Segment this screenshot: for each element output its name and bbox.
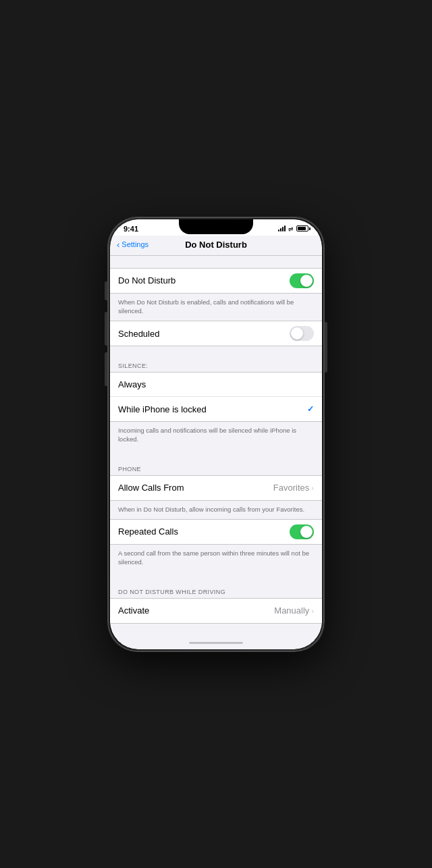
silence-always-cell[interactable]: Always ✓ — [110, 373, 322, 397]
navigation-bar: ‹ Settings Do Not Disturb — [110, 236, 322, 256]
page-title: Do Not Disturb — [185, 240, 247, 250]
silence-always-label: Always — [118, 379, 146, 389]
silence-locked-label: While iPhone is locked — [118, 404, 207, 414]
scheduled-label: Scheduled — [118, 329, 159, 339]
home-indicator[interactable] — [110, 637, 322, 649]
silence-description: Incoming calls and notifications will be… — [110, 422, 322, 450]
activate-chevron-icon: › — [311, 607, 314, 615]
home-bar — [189, 642, 243, 644]
allow-calls-value: Favorites › — [273, 483, 314, 493]
activate-value-text: Manually — [274, 605, 309, 616]
silence-locked-cell[interactable]: While iPhone is locked ✓ — [110, 397, 322, 421]
gap-1 — [110, 256, 322, 268]
status-time: 9:41 — [124, 225, 138, 233]
activate-label: Activate — [118, 605, 149, 616]
scheduled-group: Scheduled — [110, 321, 322, 346]
repeated-calls-toggle[interactable] — [290, 524, 314, 539]
silence-header: SILENCE: — [110, 358, 322, 372]
repeated-calls-toggle-knob — [300, 526, 313, 538]
gap-2 — [110, 346, 322, 358]
scheduled-toggle[interactable] — [290, 326, 314, 341]
gap-3 — [110, 450, 322, 462]
scheduled-toggle-knob — [291, 327, 303, 340]
phone-group: Allow Calls From Favorites › — [110, 475, 322, 501]
driving-group: Activate Manually › — [110, 598, 322, 624]
silence-locked-check: ✓ — [307, 404, 314, 414]
driving-header: DO NOT DISTURB WHILE DRIVING — [110, 585, 322, 598]
toggle-knob — [300, 275, 313, 287]
dnd-label: Do Not Disturb — [118, 275, 176, 286]
repeated-calls-group: Repeated Calls — [110, 519, 322, 545]
gap-5 — [110, 624, 322, 636]
phone-header: PHONE — [110, 462, 322, 475]
back-chevron-icon: ‹ — [117, 240, 119, 250]
mute-button[interactable] — [105, 281, 107, 300]
back-label: Settings — [122, 240, 148, 248]
activate-value: Manually › — [274, 605, 314, 616]
power-button[interactable] — [325, 322, 327, 373]
dnd-toggle[interactable] — [290, 273, 314, 288]
battery-icon — [296, 225, 308, 232]
notch — [179, 219, 253, 234]
gap-4 — [110, 572, 322, 585]
scheduled-cell[interactable]: Scheduled — [110, 321, 322, 346]
allow-calls-cell[interactable]: Allow Calls From Favorites › — [110, 476, 322, 500]
allow-calls-label: Allow Calls From — [118, 483, 184, 493]
allow-calls-value-text: Favorites — [273, 483, 309, 493]
dnd-toggle-group: Do Not Disturb — [110, 268, 322, 294]
repeated-calls-cell[interactable]: Repeated Calls — [110, 520, 322, 544]
phone-frame: 9:41 ⇌ ‹ Set — [108, 217, 324, 651]
signal-icon — [278, 225, 286, 232]
allow-calls-chevron-icon: › — [311, 484, 314, 492]
silence-group: Always ✓ While iPhone is locked ✓ — [110, 372, 322, 422]
volume-up-button[interactable] — [105, 312, 107, 346]
dnd-description: When Do Not Disturb is enabled, calls an… — [110, 294, 322, 321]
screen: 9:41 ⇌ ‹ Set — [110, 219, 322, 649]
volume-down-button[interactable] — [105, 352, 107, 386]
dnd-toggle-cell[interactable]: Do Not Disturb — [110, 269, 322, 293]
status-icons: ⇌ — [278, 225, 308, 232]
repeated-calls-description: A second call from the same person withi… — [110, 545, 322, 572]
repeated-calls-label: Repeated Calls — [118, 526, 178, 537]
settings-content: Do Not Disturb When Do Not Disturb is en… — [110, 256, 322, 637]
activate-cell[interactable]: Activate Manually › — [110, 599, 322, 623]
back-button[interactable]: ‹ Settings — [117, 240, 148, 250]
wifi-icon: ⇌ — [288, 225, 294, 232]
allow-calls-description: When in Do Not Disturb, allow incoming c… — [110, 501, 322, 519]
phone-screen: 9:41 ⇌ ‹ Set — [110, 219, 322, 649]
